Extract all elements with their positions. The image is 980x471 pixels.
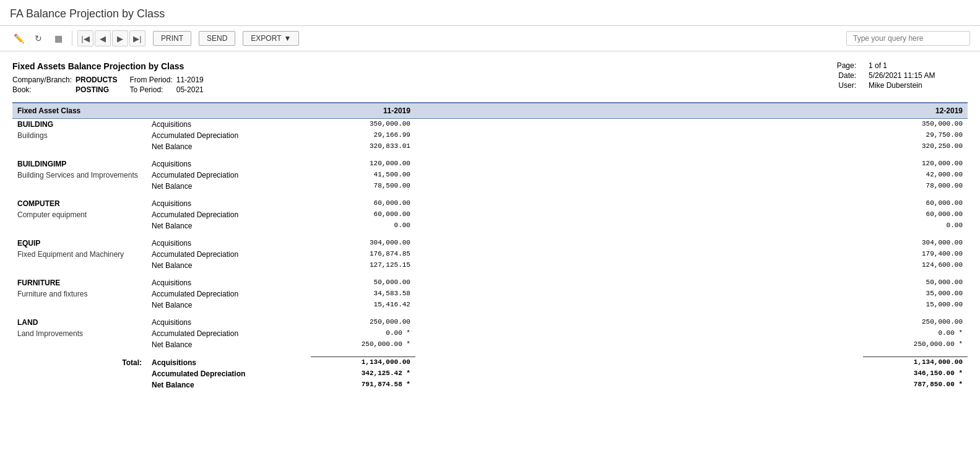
chevron-down-icon: ▼ bbox=[284, 34, 291, 43]
table-row: Land Improvements Accumulated Depreciati… bbox=[12, 328, 968, 339]
dep-amount-1: 29,166.99 bbox=[311, 130, 415, 141]
total-row: Accumulated Depreciation 342,125.42 * 34… bbox=[12, 368, 968, 379]
table-row: Net Balance 127,125.15 124,600.00 bbox=[12, 260, 968, 271]
to-period-label: To Period: bbox=[129, 85, 176, 95]
table-row: LAND Acquisitions 250,000.00 250,000.00 bbox=[12, 317, 968, 328]
acq-amount-1: 304,000.00 bbox=[311, 238, 415, 249]
edit-icon[interactable]: ✏️ bbox=[10, 30, 27, 47]
company-label: Company/Branch: bbox=[12, 75, 76, 85]
prev-page-button[interactable]: ◀ bbox=[95, 30, 111, 46]
grid-icon[interactable]: ▦ bbox=[50, 30, 67, 47]
total-amount-2: 787,850.00 * bbox=[863, 379, 968, 391]
spacer bbox=[415, 198, 863, 209]
net-amount-1: 78,500.00 bbox=[311, 181, 415, 192]
acq-amount-1: 250,000.00 bbox=[311, 317, 415, 328]
page-title: FA Balance Projection by Class bbox=[0, 0, 980, 26]
spacer bbox=[415, 277, 863, 288]
acq-amount-1: 60,000.00 bbox=[311, 198, 415, 209]
refresh-icon[interactable]: ↻ bbox=[30, 30, 47, 47]
class-id: COMPUTER bbox=[12, 198, 147, 209]
print-button[interactable]: PRINT bbox=[153, 31, 191, 46]
separator bbox=[72, 31, 72, 46]
report-meta-right: Page: 1 of 1 Date: 5/26/2021 11:15 AM Us… bbox=[837, 61, 968, 95]
acq-amount-1: 350,000.00 bbox=[311, 119, 415, 131]
dep-amount-1: 34,583.58 bbox=[311, 288, 415, 300]
acq-label: Acquisitions bbox=[147, 198, 311, 209]
dep-amount-1: 60,000.00 bbox=[311, 209, 415, 220]
from-period-label: From Period: bbox=[129, 75, 176, 85]
spacer bbox=[415, 220, 863, 231]
class-id: FURNITURE bbox=[12, 277, 147, 288]
table-row: Net Balance 15,416.42 15,000.00 bbox=[12, 300, 968, 311]
spacer bbox=[415, 170, 863, 181]
total-amount-1: 1,134,000.00 bbox=[311, 357, 415, 368]
section-gap bbox=[12, 192, 968, 198]
table-row: EQUIP Acquisitions 304,000.00 304,000.00 bbox=[12, 238, 968, 249]
query-input[interactable] bbox=[846, 31, 970, 46]
report-title: Fixed Assets Balance Projection by Class bbox=[12, 61, 204, 71]
total-amount-2: 1,134,000.00 bbox=[863, 357, 968, 368]
net-amount-1: 320,833.01 bbox=[311, 141, 415, 152]
export-button[interactable]: EXPORT ▼ bbox=[243, 31, 299, 46]
total-amount-1: 791,874.58 * bbox=[311, 379, 415, 391]
user-value: Mike Duberstein bbox=[869, 81, 968, 90]
acq-label: Acquisitions bbox=[147, 119, 311, 131]
next-page-button[interactable]: ▶ bbox=[112, 30, 128, 46]
acq-amount-2: 50,000.00 bbox=[863, 277, 968, 288]
empty-cell bbox=[12, 141, 147, 152]
acq-label: Acquisitions bbox=[147, 317, 311, 328]
spacer bbox=[415, 238, 863, 249]
dep-amount-2: 60,000.00 bbox=[863, 209, 968, 220]
net-amount-2: 124,600.00 bbox=[863, 260, 968, 271]
acq-amount-2: 120,000.00 bbox=[863, 158, 968, 170]
page-label: Page: bbox=[837, 61, 856, 70]
class-id: BUILDINGIMP bbox=[12, 158, 147, 170]
net-label: Net Balance bbox=[147, 300, 311, 311]
net-label: Net Balance bbox=[147, 339, 311, 350]
spacer bbox=[415, 339, 863, 350]
section-gap bbox=[12, 311, 968, 317]
dep-label: Accumulated Depreciation bbox=[147, 328, 311, 339]
class-name: Buildings bbox=[12, 130, 147, 141]
col-header-type bbox=[147, 103, 311, 119]
user-label: User: bbox=[838, 81, 856, 90]
empty-cell bbox=[12, 339, 147, 350]
spacer bbox=[415, 249, 863, 260]
total-amount-2: 346,150.00 * bbox=[863, 368, 968, 379]
spacer bbox=[415, 119, 863, 131]
report-header: Fixed Assets Balance Projection by Class… bbox=[12, 61, 968, 95]
section-gap bbox=[12, 231, 968, 238]
net-amount-1: 250,000.00 * bbox=[311, 339, 415, 350]
acq-label: Acquisitions bbox=[147, 238, 311, 249]
page-value: 1 of 1 bbox=[869, 61, 968, 70]
date-value: 5/26/2021 11:15 AM bbox=[869, 71, 968, 80]
col-header-spacer bbox=[415, 103, 863, 119]
acq-amount-2: 60,000.00 bbox=[863, 198, 968, 209]
total-type-label: Net Balance bbox=[147, 379, 311, 391]
net-amount-2: 0.00 bbox=[863, 220, 968, 231]
col-header-asset-class: Fixed Asset Class bbox=[12, 103, 147, 119]
to-period-value: 05-2021 bbox=[176, 85, 204, 95]
spacer bbox=[415, 317, 863, 328]
total-label bbox=[12, 368, 147, 379]
net-amount-2: 320,250.00 bbox=[863, 141, 968, 152]
acq-label: Acquisitions bbox=[147, 277, 311, 288]
class-id: BUILDING bbox=[12, 119, 147, 131]
first-page-button[interactable]: |◀ bbox=[77, 30, 93, 46]
net-amount-2: 250,000.00 * bbox=[863, 339, 968, 350]
spacer bbox=[415, 357, 863, 368]
send-button[interactable]: SEND bbox=[199, 31, 235, 46]
spacer bbox=[415, 328, 863, 339]
table-row: BUILDING Acquisitions 350,000.00 350,000… bbox=[12, 119, 968, 131]
acq-amount-1: 120,000.00 bbox=[311, 158, 415, 170]
last-page-button[interactable]: ▶| bbox=[129, 30, 145, 46]
acq-amount-2: 250,000.00 bbox=[863, 317, 968, 328]
class-id: LAND bbox=[12, 317, 147, 328]
net-amount-2: 78,000.00 bbox=[863, 181, 968, 192]
dep-label: Accumulated Depreciation bbox=[147, 170, 311, 181]
total-label bbox=[12, 379, 147, 391]
net-label: Net Balance bbox=[147, 141, 311, 152]
report-container: Fixed Assets Balance Projection by Class… bbox=[0, 51, 980, 400]
dep-amount-2: 0.00 * bbox=[863, 328, 968, 339]
empty-cell bbox=[12, 220, 147, 231]
